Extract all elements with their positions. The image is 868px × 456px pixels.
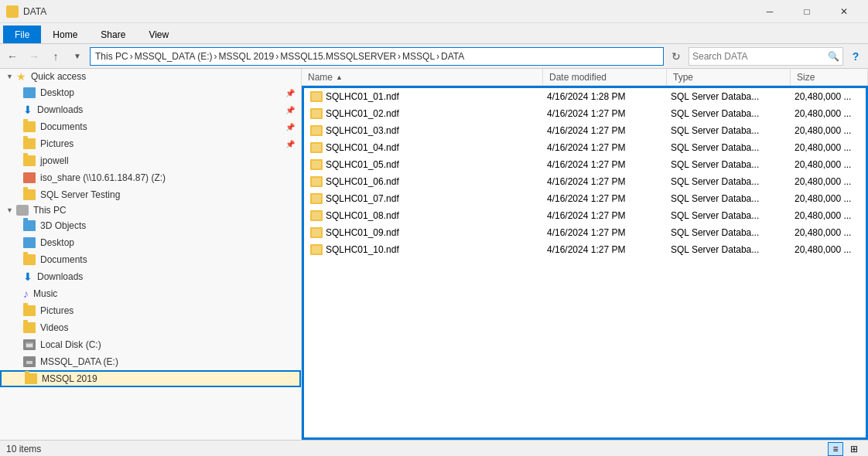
table-row[interactable]: SQLHC01_03.ndf 4/16/2024 1:27 PM SQL Ser… (304, 122, 866, 139)
close-button[interactable]: ✕ (826, 0, 862, 23)
search-icon[interactable]: 🔍 (828, 51, 839, 62)
sidebar-item-documents-quick[interactable]: Documents 📌 (0, 118, 301, 135)
file-size-cell: 20,480,000 ... (788, 244, 866, 255)
sidebar-item-iso-share[interactable]: iso_share (\\10.61.184.87) (Z:) (0, 169, 301, 186)
sidebar-item-label: Local Disk (C:) (40, 339, 101, 350)
details-view-button[interactable]: ≡ (828, 442, 843, 456)
address-bar[interactable]: This PC › MSSQL_DATA (E:) › MSSQL 2019 ›… (90, 47, 664, 66)
table-row[interactable]: SQLHC01_01.ndf 4/16/2024 1:28 PM SQL Ser… (304, 88, 866, 105)
sidebar-item-documents-thispc[interactable]: Documents (0, 251, 301, 268)
quick-access-header[interactable]: ▼ ★ Quick access (0, 69, 301, 84)
col-header-date[interactable]: Date modified (543, 69, 667, 85)
file-date-cell: 4/16/2024 1:27 PM (541, 227, 665, 238)
sidebar-item-label: SQL Server Testing (40, 189, 120, 200)
file-list[interactable]: SQLHC01_01.ndf 4/16/2024 1:28 PM SQL Ser… (302, 86, 868, 440)
tab-file[interactable]: File (3, 26, 41, 43)
file-size-cell: 20,480,000 ... (788, 193, 866, 204)
sidebar-item-pictures-quick[interactable]: Pictures 📌 (0, 135, 301, 152)
downloads-icon: ⬇ (23, 104, 32, 116)
help-button[interactable]: ? (846, 47, 865, 66)
sidebar-item-label: Pictures (40, 138, 73, 149)
window-title: DATA (23, 6, 46, 17)
tiles-view-button[interactable]: ⊞ (846, 442, 862, 456)
folder-icon (25, 373, 37, 384)
breadcrumb-data[interactable]: DATA (441, 51, 464, 62)
sidebar-item-videos[interactable]: Videos (0, 319, 301, 336)
file-type-cell: SQL Server Databa... (665, 193, 788, 204)
file-date-cell: 4/16/2024 1:27 PM (541, 142, 665, 153)
sidebar-item-downloads-thispc[interactable]: ⬇ Downloads (0, 268, 301, 285)
recent-button[interactable]: ▼ (68, 47, 87, 66)
back-button[interactable]: ← (3, 47, 22, 66)
breadcrumb-mssqlserver[interactable]: MSSQL15.MSSQLSERVER (280, 51, 396, 62)
sidebar-item-sql-testing[interactable]: SQL Server Testing (0, 186, 301, 203)
pc-icon (16, 205, 29, 216)
sidebar-item-desktop-thispc[interactable]: Desktop (0, 234, 301, 251)
up-button[interactable]: ↑ (46, 47, 65, 66)
music-icon: ♪ (23, 288, 29, 300)
breadcrumb-thispc[interactable]: This PC (95, 51, 128, 62)
file-type-cell: SQL Server Databa... (665, 125, 788, 136)
search-box[interactable]: 🔍 (689, 47, 843, 66)
table-row[interactable]: SQLHC01_08.ndf 4/16/2024 1:27 PM SQL Ser… (304, 207, 866, 224)
sidebar-item-3dobjects[interactable]: 3D Objects (0, 217, 301, 234)
col-header-name[interactable]: Name ▲ (302, 69, 543, 85)
search-input[interactable] (692, 51, 828, 62)
table-row[interactable]: SQLHC01_10.ndf 4/16/2024 1:27 PM SQL Ser… (304, 241, 866, 258)
table-row[interactable]: SQLHC01_05.ndf 4/16/2024 1:27 PM SQL Ser… (304, 156, 866, 173)
file-name-cell: SQLHC01_07.ndf (304, 193, 541, 204)
col-header-size[interactable]: Size (791, 69, 868, 85)
maximize-button[interactable]: □ (789, 0, 825, 23)
tab-share[interactable]: Share (89, 26, 137, 43)
table-row[interactable]: SQLHC01_09.ndf 4/16/2024 1:27 PM SQL Ser… (304, 224, 866, 241)
file-name-cell: SQLHC01_04.ndf (304, 142, 541, 153)
file-type-cell: SQL Server Databa... (665, 244, 788, 255)
sidebar-item-local-disk[interactable]: Local Disk (C:) (0, 336, 301, 353)
sidebar-item-mssql-data-drive[interactable]: MSSQL_DATA (E:) (0, 353, 301, 370)
sidebar: ▼ ★ Quick access Desktop 📌 ⬇ Downloads 📌… (0, 69, 302, 440)
forward-button[interactable]: → (25, 47, 43, 66)
ndf-file-icon (310, 227, 323, 238)
drive-c-icon (23, 339, 36, 350)
file-name-cell: SQLHC01_09.ndf (304, 227, 541, 238)
main-area: ▼ ★ Quick access Desktop 📌 ⬇ Downloads 📌… (0, 69, 868, 440)
breadcrumb-mssql[interactable]: MSSQL (402, 51, 435, 62)
tab-home[interactable]: Home (41, 26, 89, 43)
sidebar-item-music[interactable]: ♪ Music (0, 285, 301, 302)
sidebar-item-desktop-quick[interactable]: Desktop 📌 (0, 84, 301, 101)
breadcrumb-drive[interactable]: MSSQL_DATA (E:) (135, 51, 213, 62)
table-row[interactable]: SQLHC01_07.ndf 4/16/2024 1:27 PM SQL Ser… (304, 190, 866, 207)
file-size-cell: 20,480,000 ... (788, 159, 866, 170)
refresh-button[interactable]: ↻ (667, 47, 685, 66)
drive-e-icon (23, 356, 36, 367)
sidebar-item-downloads-quick[interactable]: ⬇ Downloads 📌 (0, 101, 301, 118)
breadcrumb-mssql2019[interactable]: MSSQL 2019 (219, 51, 275, 62)
pin-icon: 📌 (285, 89, 295, 97)
table-row[interactable]: SQLHC01_04.ndf 4/16/2024 1:27 PM SQL Ser… (304, 139, 866, 156)
desktop-icon (23, 237, 36, 248)
file-name-cell: SQLHC01_01.ndf (304, 91, 541, 102)
file-name-cell: SQLHC01_10.ndf (304, 244, 541, 255)
ndf-file-icon (310, 108, 323, 119)
file-date-cell: 4/16/2024 1:27 PM (541, 210, 665, 221)
minimize-button[interactable]: ─ (752, 0, 788, 23)
file-size-cell: 20,480,000 ... (788, 142, 866, 153)
table-row[interactable]: SQLHC01_06.ndf 4/16/2024 1:27 PM SQL Ser… (304, 173, 866, 190)
sidebar-item-pictures-thispc[interactable]: Pictures (0, 302, 301, 319)
sidebar-item-jpowell[interactable]: jpowell (0, 152, 301, 169)
quick-access-label: Quick access (31, 71, 86, 82)
file-name-cell: SQLHC01_08.ndf (304, 210, 541, 221)
file-size-cell: 20,480,000 ... (788, 176, 866, 187)
this-pc-header[interactable]: ▼ This PC (0, 203, 301, 217)
file-date-cell: 4/16/2024 1:27 PM (541, 108, 665, 119)
folder-icon (23, 189, 36, 200)
col-header-type[interactable]: Type (667, 69, 791, 85)
table-row[interactable]: SQLHC01_02.ndf 4/16/2024 1:27 PM SQL Ser… (304, 105, 866, 122)
file-date-cell: 4/16/2024 1:27 PM (541, 125, 665, 136)
svg-rect-3 (26, 361, 32, 364)
item-count: 10 items (6, 444, 41, 454)
file-size-cell: 20,480,000 ... (788, 91, 866, 102)
sidebar-item-mssql2019[interactable]: MSSQL 2019 (0, 370, 301, 387)
folder-icon (23, 305, 36, 316)
tab-view[interactable]: View (137, 26, 180, 43)
